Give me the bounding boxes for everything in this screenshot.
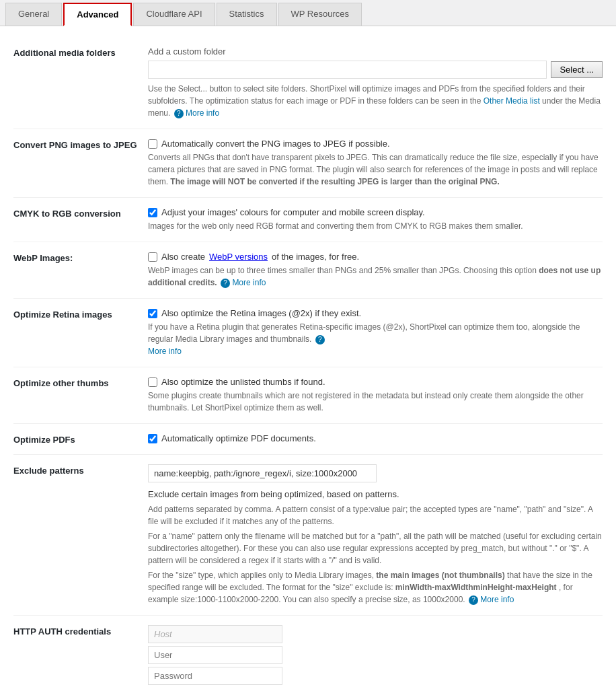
auth-password-input[interactable] <box>148 667 282 685</box>
http-auth-label: HTTP AUTH credentials <box>13 625 148 689</box>
pdfs-row: Optimize PDFs Automatically optimize PDF… <box>13 424 603 455</box>
exclude-input[interactable]: name:keepbig, path:/ignore_regex/i, size… <box>148 464 377 482</box>
pdfs-body: Automatically optimize PDF documents. <box>148 433 603 445</box>
auth-host-field: Host <box>148 625 282 643</box>
tab-wp-resources[interactable]: WP Resources <box>278 3 362 26</box>
retina-checkbox[interactable] <box>148 309 157 318</box>
convert-png-body: Automatically convert the PNG images to … <box>148 139 603 188</box>
tab-statistics[interactable]: Statistics <box>217 3 277 26</box>
custom-folder-input[interactable] <box>148 61 547 79</box>
auth-user-input[interactable] <box>148 646 282 664</box>
info-icon-exclude[interactable]: ? <box>469 595 478 605</box>
settings-content: Additional media folders Add a custom fo… <box>0 26 616 689</box>
additional-media-row: Additional media folders Add a custom fo… <box>13 37 603 129</box>
tab-cloudflare[interactable]: Cloudflare API <box>133 3 215 26</box>
cmyk-body: Adjust your images' colours for computer… <box>148 207 603 232</box>
cmyk-label: CMYK to RGB conversion <box>13 207 148 232</box>
tab-general[interactable]: General <box>5 3 62 26</box>
other-thumbs-label: Optimize other thumbs <box>13 377 148 414</box>
convert-png-checkbox-label[interactable]: Automatically convert the PNG images to … <box>148 139 603 149</box>
convert-png-label: Convert PNG images to JPEG <box>13 139 148 188</box>
other-thumbs-checkbox-label[interactable]: Also optimize the unlisted thumbs if fou… <box>148 377 603 387</box>
additional-media-body: Add a custom folder Select ... Use the S… <box>148 46 603 119</box>
other-thumbs-desc: Some plugins create thumbnails which are… <box>148 390 603 414</box>
more-info-link-retina[interactable]: More info <box>148 347 182 356</box>
other-media-link[interactable]: Other Media list <box>484 96 540 106</box>
exclude-patterns-row: Exclude patterns name:keepbig, path:/ign… <box>13 455 603 616</box>
add-custom-folder-text: Add a custom folder <box>148 46 603 57</box>
webp-checkbox-label[interactable]: Also create WebP versions of the images,… <box>148 252 603 262</box>
webp-versions-link[interactable]: WebP versions <box>209 252 268 262</box>
exclude-patterns-body: name:keepbig, path:/ignore_regex/i, size… <box>148 464 603 606</box>
tab-advanced[interactable]: Advanced <box>63 3 132 26</box>
select-button[interactable]: Select ... <box>551 61 603 78</box>
exclude-input-row: name:keepbig, path:/ignore_regex/i, size… <box>148 464 603 499</box>
cmyk-checkbox-label[interactable]: Adjust your images' colours for computer… <box>148 207 603 217</box>
convert-png-checkbox[interactable] <box>148 139 157 149</box>
exclude-patterns-label: Exclude patterns <box>13 464 148 606</box>
tab-bar: General Advanced Cloudflare API Statisti… <box>0 0 616 26</box>
exclude-desc2: For a "name" pattern only the filename w… <box>148 530 603 567</box>
info-icon-media[interactable]: ? <box>174 109 184 118</box>
info-icon-webp[interactable]: ? <box>221 279 230 288</box>
other-thumbs-row: Optimize other thumbs Also optimize the … <box>13 367 603 424</box>
webp-desc: WebP images can be up to three times sma… <box>148 264 603 289</box>
retina-body: Also optimize the Retina images (@2x) if… <box>148 308 603 357</box>
webp-checkbox[interactable] <box>148 252 157 262</box>
convert-png-desc: Converts all PNGs that don't have transp… <box>148 151 603 188</box>
retina-checkbox-label[interactable]: Also optimize the Retina images (@2x) if… <box>148 308 603 318</box>
webp-label: WebP Images: <box>13 252 148 289</box>
retina-row: Optimize Retina images Also optimize the… <box>13 299 603 367</box>
exclude-text: Exclude certain images from being optimi… <box>148 489 399 499</box>
info-icon-retina[interactable]: ? <box>315 335 325 344</box>
http-auth-row: HTTP AUTH credentials Host Only fill in … <box>13 616 603 689</box>
additional-media-label: Additional media folders <box>13 46 148 119</box>
other-thumbs-checkbox[interactable] <box>148 377 157 387</box>
other-thumbs-body: Also optimize the unlisted thumbs if fou… <box>148 377 603 414</box>
more-info-link-webp[interactable]: More info <box>232 278 266 287</box>
convert-png-row: Convert PNG images to JPEG Automatically… <box>13 129 603 198</box>
pdfs-checkbox[interactable] <box>148 434 157 443</box>
retina-label: Optimize Retina images <box>13 308 148 357</box>
http-auth-body: Host Only fill in these fields if your s… <box>148 625 603 689</box>
additional-media-desc: Use the Select... button to select site … <box>148 83 603 119</box>
retina-desc: If you have a Retina plugin that generat… <box>148 321 603 357</box>
webp-body: Also create WebP versions of the images,… <box>148 252 603 289</box>
cmyk-desc: Images for the web only need RGB format … <box>148 220 603 232</box>
exclude-desc1: Add patterns separated by comma. A patte… <box>148 503 603 528</box>
pdfs-label: Optimize PDFs <box>13 433 148 445</box>
exclude-desc3: For the "size" type, which applies only … <box>148 569 603 606</box>
more-info-link-exclude[interactable]: More info <box>480 595 514 604</box>
cmyk-row: CMYK to RGB conversion Adjust your image… <box>13 198 603 242</box>
custom-folder-input-row: Select ... <box>148 61 603 79</box>
cmyk-checkbox[interactable] <box>148 208 157 217</box>
webp-row: WebP Images: Also create WebP versions o… <box>13 242 603 299</box>
more-info-link-media[interactable]: More info <box>186 108 219 118</box>
pdfs-checkbox-label[interactable]: Automatically optimize PDF documents. <box>148 433 603 443</box>
